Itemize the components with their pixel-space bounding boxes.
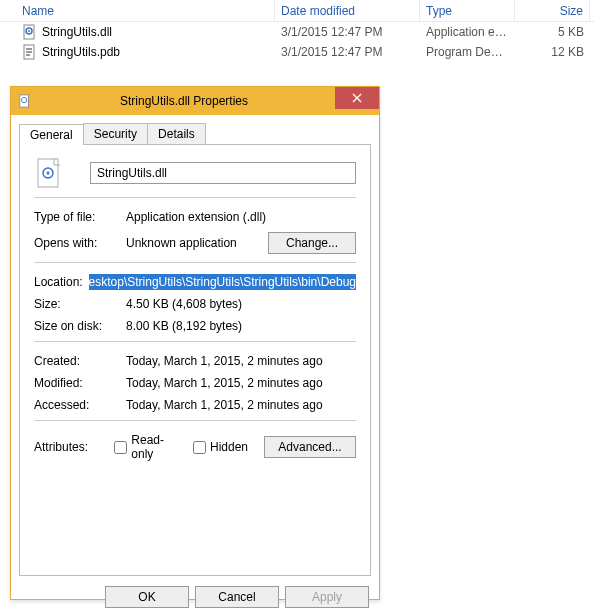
hidden-checkbox-wrap[interactable]: Hidden bbox=[193, 440, 248, 454]
separator bbox=[34, 341, 356, 342]
dialog-title: StringUtils.dll Properties bbox=[39, 94, 379, 108]
svg-point-8 bbox=[47, 172, 50, 175]
value-type-of-file: Application extension (.dll) bbox=[126, 210, 356, 224]
file-name: StringUtils.pdb bbox=[42, 45, 120, 59]
dll-file-icon bbox=[22, 24, 38, 40]
change-button[interactable]: Change... bbox=[268, 232, 356, 254]
label-location: Location: bbox=[34, 275, 89, 289]
readonly-checkbox[interactable] bbox=[114, 441, 127, 454]
readonly-checkbox-wrap[interactable]: Read-only bbox=[114, 433, 177, 461]
file-type-icon bbox=[34, 157, 66, 189]
dialog-button-row: OK Cancel Apply bbox=[11, 576, 379, 611]
file-type: Program Debug D... bbox=[420, 43, 515, 61]
tab-content-general: Type of file: Application extension (.dl… bbox=[19, 144, 371, 576]
label-modified: Modified: bbox=[34, 376, 126, 390]
file-date: 3/1/2015 12:47 PM bbox=[275, 23, 420, 41]
column-date[interactable]: Date modified bbox=[275, 1, 420, 21]
readonly-label: Read-only bbox=[131, 433, 177, 461]
tab-security[interactable]: Security bbox=[83, 123, 148, 144]
file-row[interactable]: StringUtils.dll 3/1/2015 12:47 PM Applic… bbox=[0, 22, 594, 42]
close-button[interactable] bbox=[335, 87, 379, 109]
title-bar[interactable]: StringUtils.dll Properties bbox=[11, 87, 379, 115]
hidden-label: Hidden bbox=[210, 440, 248, 454]
value-location[interactable]: esktop\StringUtils\StringUtils\StringUti… bbox=[89, 275, 356, 289]
properties-dialog: StringUtils.dll Properties General Secur… bbox=[10, 86, 380, 600]
column-type[interactable]: Type bbox=[420, 1, 515, 21]
column-size[interactable]: Size bbox=[515, 1, 590, 21]
label-type-of-file: Type of file: bbox=[34, 210, 126, 224]
value-accessed: Today, March 1, 2015, 2 minutes ago bbox=[126, 398, 356, 412]
label-opens-with: Opens with: bbox=[34, 236, 126, 250]
tab-strip: General Security Details bbox=[19, 123, 371, 144]
pdb-file-icon bbox=[22, 44, 38, 60]
value-size: 4.50 KB (4,608 bytes) bbox=[126, 297, 356, 311]
label-accessed: Accessed: bbox=[34, 398, 126, 412]
separator bbox=[34, 420, 356, 421]
label-size-on-disk: Size on disk: bbox=[34, 319, 126, 333]
svg-rect-4 bbox=[20, 95, 29, 107]
advanced-button[interactable]: Advanced... bbox=[264, 436, 356, 458]
apply-button[interactable]: Apply bbox=[285, 586, 369, 608]
cancel-button[interactable]: Cancel bbox=[195, 586, 279, 608]
file-name: StringUtils.dll bbox=[42, 25, 112, 39]
label-created: Created: bbox=[34, 354, 126, 368]
column-name[interactable]: Name bbox=[0, 1, 275, 21]
separator bbox=[34, 262, 356, 263]
file-list-header: Name Date modified Type Size bbox=[0, 0, 594, 22]
tab-details[interactable]: Details bbox=[147, 123, 206, 144]
file-row[interactable]: StringUtils.pdb 3/1/2015 12:47 PM Progra… bbox=[0, 42, 594, 62]
file-size: 5 KB bbox=[515, 23, 590, 41]
label-size: Size: bbox=[34, 297, 126, 311]
value-created: Today, March 1, 2015, 2 minutes ago bbox=[126, 354, 356, 368]
value-opens-with: Unknown application bbox=[126, 236, 268, 250]
dialog-icon bbox=[17, 93, 33, 109]
label-attributes: Attributes: bbox=[34, 440, 114, 454]
value-size-on-disk: 8.00 KB (8,192 bytes) bbox=[126, 319, 356, 333]
file-date: 3/1/2015 12:47 PM bbox=[275, 43, 420, 61]
value-modified: Today, March 1, 2015, 2 minutes ago bbox=[126, 376, 356, 390]
filename-input[interactable] bbox=[90, 162, 356, 184]
hidden-checkbox[interactable] bbox=[193, 441, 206, 454]
tab-general[interactable]: General bbox=[19, 124, 84, 145]
file-type: Application extens... bbox=[420, 23, 515, 41]
file-size: 12 KB bbox=[515, 43, 590, 61]
svg-point-2 bbox=[28, 30, 30, 32]
ok-button[interactable]: OK bbox=[105, 586, 189, 608]
separator bbox=[34, 197, 356, 198]
